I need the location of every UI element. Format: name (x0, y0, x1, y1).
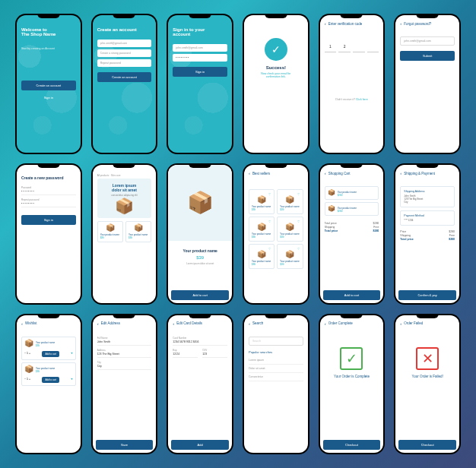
email-input[interactable]: john.smith@gmail.com (400, 36, 455, 46)
phone-catalog: All products · Skin care Lorem ipsum dol… (91, 163, 158, 304)
box-icon: 📦 (187, 192, 214, 213)
code-digit-3[interactable] (353, 41, 365, 52)
shipping-title: Shipping & Payment (404, 172, 435, 176)
box-icon: 📦 (102, 198, 148, 213)
back-icon[interactable]: ‹ (325, 171, 326, 176)
back-icon[interactable]: ‹ (97, 321, 99, 326)
success-sub: Now check your email for confirmation li… (249, 72, 303, 78)
cart-item[interactable]: 📦Your product name$280 (325, 186, 379, 200)
box-icon: 📦 (280, 251, 300, 258)
back-icon[interactable]: ‹ (400, 21, 401, 26)
phone-success: ✓ Success! Now check your email for conf… (243, 14, 309, 154)
signin-button[interactable]: Sign in (21, 93, 76, 103)
phone-forgot: ‹ Forgot password? john.smith@gmail.com … (394, 14, 461, 154)
back-icon[interactable]: ‹ (173, 321, 174, 326)
repeat-input[interactable]: •••••••• (21, 202, 76, 207)
search-suggestion[interactable]: Lorem ipsum (249, 356, 303, 365)
address-input[interactable]: 123 The Big Street (97, 353, 152, 358)
back-icon[interactable]: ‹ (249, 171, 250, 176)
editaddr-title: Edit Address (101, 321, 120, 325)
back-icon[interactable]: ‹ (325, 321, 326, 326)
create-account-button[interactable]: Create an account (97, 72, 152, 82)
heart-icon[interactable]: ♥ (71, 351, 72, 355)
confirm-pay-button[interactable]: Confirm & pay (398, 290, 456, 300)
product-card[interactable]: ♡📦Your product name$39 (277, 217, 303, 242)
breadcrumb[interactable]: All products · Skin care (97, 174, 152, 177)
box-icon: 📦 (280, 196, 300, 204)
product-card[interactable]: ♡📦Your product name$39 (277, 189, 303, 214)
box-icon: 📦 (252, 223, 271, 231)
cart-item[interactable]: 📦Your product name$280 (325, 202, 379, 216)
product-price: $39 (173, 255, 227, 260)
signin-button[interactable]: Sign in (21, 215, 76, 225)
code-digit-4[interactable] (367, 41, 379, 52)
password-input[interactable]: Create a strong password (97, 49, 152, 57)
phone-signin: Sign in to your account john.smith@gmail… (167, 14, 233, 154)
payment-method-card[interactable]: Payment Method **** 1234 (400, 210, 455, 226)
phone-edit-address: ‹ Edit Address Full Name John Smith Addr… (91, 314, 158, 454)
add-button[interactable]: Add (171, 440, 229, 450)
editcard-title: Edit Card Details (176, 321, 202, 325)
qty-control[interactable]: − 1 + (24, 378, 30, 381)
wishlist-title: Wishlist (25, 321, 37, 325)
save-button[interactable]: Save (96, 440, 154, 450)
shipping-address-card[interactable]: Shipping Address John Smith 123 The Big … (400, 186, 455, 207)
popular-heading: Popular searches (249, 350, 303, 354)
qty-control[interactable]: − 1 + (24, 352, 30, 355)
product-card[interactable]: ♡📦Your product name$39 (249, 189, 274, 214)
check-box-icon: ✓ (340, 347, 363, 370)
checkout-button[interactable]: Checkout (323, 440, 381, 450)
password-input[interactable]: •••••••• (21, 190, 76, 195)
back-icon[interactable]: ‹ (325, 21, 326, 26)
checkout-button[interactable]: Checkout (398, 440, 456, 450)
checkout-button[interactable]: Add to cart (323, 290, 381, 300)
phone-product: 📦 Your product name $39 Lorem ipsum dolo… (167, 163, 233, 304)
product-card[interactable]: ♡📦Your product name$39 (249, 244, 274, 269)
back-icon[interactable]: ‹ (400, 171, 401, 176)
complete-title: Order Complete (328, 321, 353, 325)
signin-button[interactable]: Sign in (173, 67, 227, 77)
search-suggestion[interactable]: Consectetur (249, 373, 303, 381)
code-digit-1[interactable]: 1 (325, 41, 337, 52)
failed-title: Order Failed (404, 321, 423, 325)
failed-msg: Your Order is Failed! (400, 375, 455, 378)
product-card[interactable]: ♡📦Your product name$39 (249, 217, 274, 242)
phone-shipping: ‹ Shipping & Payment Shipping Address Jo… (394, 163, 461, 304)
fullname-input[interactable]: John Smith (97, 340, 152, 346)
phone-order-failed: ‹ Order Failed ✕ Your Order is Failed! C… (394, 314, 461, 454)
phone-newpass: Create a new password Password •••••••• … (15, 163, 82, 304)
add-to-cart-button[interactable]: Add to cart (171, 290, 229, 300)
code-digit-2[interactable]: 2 (338, 41, 351, 52)
cart-title: Shopping Cart (328, 172, 351, 176)
catalog-sub: consectetur adipiscing elit (102, 194, 148, 197)
search-suggestion[interactable]: Dolor sit amet (249, 365, 303, 373)
back-icon[interactable]: ‹ (21, 321, 23, 326)
cvv-input[interactable]: 123 (202, 353, 227, 358)
email-input[interactable]: john.smith@gmail.com (97, 40, 152, 47)
search-input[interactable]: Search (249, 337, 303, 346)
cardnumber-input[interactable]: 1234 5678 9012 3456 (173, 340, 227, 346)
box-icon: 📦 (24, 365, 33, 373)
resend-link[interactable]: Click here (356, 98, 368, 101)
password-input[interactable]: •••••••• (173, 54, 227, 62)
email-input[interactable]: john.smith@gmail.com (173, 44, 227, 52)
back-icon[interactable]: ‹ (400, 321, 401, 326)
product-card[interactable]: 📦Your product name$39 (97, 221, 123, 242)
phone-search: ‹ Search Search Popular searches Lorem i… (243, 314, 309, 454)
create-account-button[interactable]: Create an account (21, 81, 76, 90)
add-to-cart-button[interactable]: Add to cart (42, 351, 59, 357)
add-to-cart-button[interactable]: Add to cart (42, 377, 59, 383)
wishlist-item: 📦Your product name$39 − 1 + Add to cart … (21, 362, 76, 386)
city-input[interactable]: City (97, 365, 152, 370)
back-icon[interactable]: ‹ (249, 321, 250, 326)
submit-button[interactable]: Submit (400, 51, 455, 61)
wishlist-item: 📦Your product name$39 − 1 + Add to cart … (21, 337, 76, 360)
exp-input[interactable]: 12/24 (173, 353, 198, 358)
phone-verify: ‹ Enter verification code 1 2 Didn't rec… (319, 14, 386, 154)
product-desc: Lorem ipsum dolor sit amet (173, 262, 227, 265)
product-card[interactable]: 📦Your product name$39 (125, 221, 151, 242)
box-icon: 📦 (280, 223, 300, 231)
heart-icon[interactable]: ♥ (71, 377, 72, 381)
product-card[interactable]: ♡📦Your product name$39 (277, 244, 303, 269)
password-repeat-input[interactable]: Repeat password (97, 59, 152, 67)
